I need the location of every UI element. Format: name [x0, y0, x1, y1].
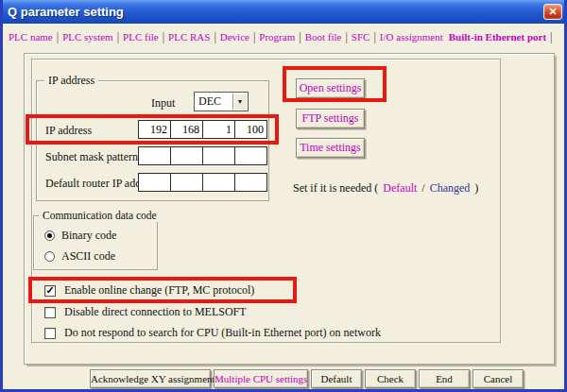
note-prefix: Set if it is needed (	[293, 181, 378, 196]
checkbox-enable-online-change-ftp-mc-protocol[interactable]: ✓Enable online change (FTP, MC protocol)	[44, 283, 254, 298]
q-parameter-setting-dialog: Q parameter setting ✕ PLC name|PLC syste…	[0, 0, 567, 392]
ip-row-label-subnet-mask-pattern: Subnet mask pattern	[45, 150, 138, 164]
note-default-label: Default	[383, 181, 417, 196]
bottom-bar: Acknowledge XY assignmentMultiple CPU se…	[90, 369, 524, 389]
ip-octet-field[interactable]	[170, 120, 203, 139]
cancel-button[interactable]: Cancel	[472, 369, 524, 388]
ip-group-title: IP address	[44, 74, 98, 87]
ip-octet-field[interactable]	[202, 120, 235, 139]
checkbox-label: Disable direct connection to MELSOFT	[64, 305, 247, 319]
default-button[interactable]: Default	[311, 369, 362, 388]
ip-octet-field[interactable]	[234, 120, 267, 139]
end-button[interactable]: End	[419, 369, 470, 388]
tab-device[interactable]: Device	[217, 31, 252, 43]
chevron-down-icon[interactable]: ▼	[232, 94, 247, 110]
ip-octet-group-ip-address	[138, 120, 267, 139]
set-if-needed-note: Set if it is needed ( Default / Changed …	[293, 181, 478, 196]
ip-octet-field[interactable]	[234, 146, 267, 165]
ip-octet-field[interactable]	[138, 173, 171, 192]
dropdown-arrow-glyph: ▼	[237, 98, 244, 106]
radio-label: Binary code	[61, 229, 116, 243]
note-suffix: )	[474, 181, 478, 196]
checkbox-do-not-respond-to-search-for-cpu-built-in-ethernet-port-on-network[interactable]: Do not respond to search for CPU (Built-…	[44, 326, 381, 340]
close-icon: ✕	[548, 7, 557, 17]
checkbox-label: Enable online change (FTP, MC protocol)	[64, 283, 254, 298]
open-settings-button[interactable]: Open settings	[296, 78, 365, 98]
radio-ascii-code[interactable]: ASCII code	[44, 249, 115, 264]
radio-label: ASCII code	[61, 249, 115, 264]
radio-circle-icon	[44, 251, 55, 262]
input-format-label: Input	[151, 96, 175, 111]
radio-circle-icon	[44, 230, 55, 241]
ip-octet-field[interactable]	[170, 173, 203, 192]
multiple-cpu-settings-button[interactable]: Multiple CPU settings	[214, 369, 308, 388]
radio-dot	[47, 233, 52, 238]
ip-octet-field[interactable]	[202, 146, 235, 165]
tab-bar: PLC name|PLC system|PLC file|PLC RAS|Dev…	[6, 27, 561, 46]
ip-address-group: IP address Input DEC ▼ IP addressSubnet …	[36, 80, 269, 201]
tab-i-o-assignment[interactable]: I/O assignment	[377, 31, 446, 43]
ftp-settings-button[interactable]: FTP settings	[296, 109, 365, 128]
ip-octet-field[interactable]	[170, 146, 203, 165]
acknowledge-xy-assignment-button[interactable]: Acknowledge XY assignment	[90, 369, 211, 388]
tab-plc-system[interactable]: PLC system	[60, 31, 115, 43]
checkbox-unchecked-icon	[44, 307, 56, 318]
window-title: Q parameter setting	[8, 5, 543, 19]
checkbox-unchecked-icon	[44, 328, 56, 339]
side-buttons: Open settingsFTP settingsTime settings	[296, 0, 367, 170]
tab-plc-file[interactable]: PLC file	[120, 31, 162, 43]
tab-plc-ras[interactable]: PLC RAS	[165, 31, 213, 43]
ip-row-label-ip-address: IP address	[45, 124, 92, 138]
ip-octet-group-subnet-mask-pattern	[138, 146, 267, 165]
close-button[interactable]: ✕	[543, 4, 562, 20]
ip-octet-field[interactable]	[138, 120, 171, 139]
ip-octet-group-default-router-ip-address	[138, 173, 267, 192]
tab-plc-name[interactable]: PLC name	[6, 31, 56, 43]
check-button[interactable]: Check	[365, 369, 416, 388]
checkbox-label: Do not respond to search for CPU (Built-…	[64, 326, 381, 340]
time-settings-button[interactable]: Time settings	[296, 138, 365, 158]
communication-data-code-group: Communication data code Binary codeASCII…	[33, 215, 158, 270]
title-bar: Q parameter setting ✕	[0, 0, 567, 24]
tab-separator: |	[549, 30, 553, 44]
radio-binary-code[interactable]: Binary code	[44, 229, 116, 243]
input-format-select[interactable]: DEC ▼	[194, 92, 249, 111]
input-format-value: DEC	[198, 94, 221, 109]
tab-program[interactable]: Program	[256, 31, 298, 43]
note-slash: /	[421, 181, 424, 196]
tab-built-in-ethernet-port[interactable]: Built-in Ethernet port	[446, 31, 549, 43]
ip-octet-field[interactable]	[138, 146, 171, 165]
ip-octet-field[interactable]	[202, 173, 235, 192]
checkbox-disable-direct-connection-to-melsoft[interactable]: Disable direct connection to MELSOFT	[44, 305, 247, 319]
note-changed-label: Changed	[430, 181, 471, 196]
checkbox-checked-icon: ✓	[44, 285, 56, 297]
ip-octet-field[interactable]	[234, 173, 267, 192]
comm-group-title: Communication data code	[39, 209, 161, 222]
